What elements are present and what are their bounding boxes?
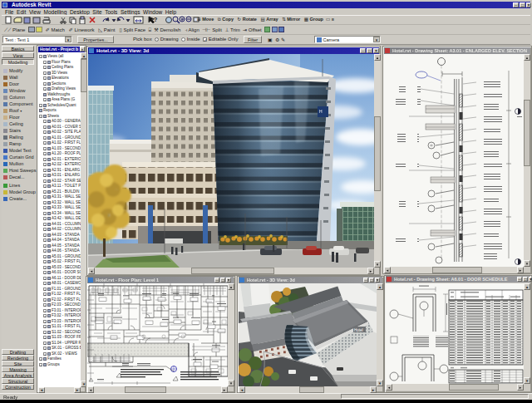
svg-text:H: H: [319, 109, 323, 114]
svg-text:Hotel: Hotel: [354, 328, 363, 332]
svg-text:?: ?: [154, 17, 157, 22]
